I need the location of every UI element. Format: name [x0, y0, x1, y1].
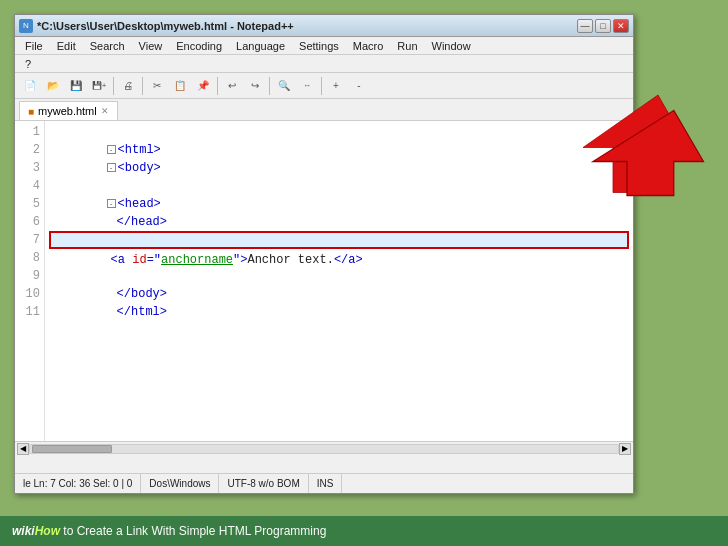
- status-pos-text: le Ln: 7 Col: 36 Sel: 0 | 0: [23, 478, 132, 489]
- app-icon: N: [19, 19, 33, 33]
- window-controls: — □ ✕: [577, 19, 629, 33]
- notepad-window: N *C:\Users\User\Desktop\myweb.html - No…: [14, 14, 634, 494]
- toolbar-print[interactable]: 🖨: [117, 76, 139, 96]
- menu-language[interactable]: Language: [230, 39, 291, 53]
- scrollbar-thumb[interactable]: [32, 445, 112, 453]
- scroll-right-btn[interactable]: ▶: [619, 443, 631, 455]
- toolbar-redo[interactable]: ↪: [244, 76, 266, 96]
- menu-run[interactable]: Run: [391, 39, 423, 53]
- toolbar-sep-5: [321, 77, 322, 95]
- line-num-8: 8: [15, 249, 40, 267]
- code-line-1: -<html>: [49, 123, 629, 141]
- menu-window[interactable]: Window: [426, 39, 477, 53]
- toolbar-save[interactable]: 💾: [65, 76, 87, 96]
- toolbar-sep-4: [269, 77, 270, 95]
- code-line-4: -<head>: [49, 177, 629, 195]
- line-num-11: 11: [15, 303, 40, 321]
- toolbar-sep-1: [113, 77, 114, 95]
- line-numbers: 1 2 3 4 5 6 7 8 9 10 11: [15, 121, 45, 441]
- close-button[interactable]: ✕: [613, 19, 629, 33]
- code-line-8: [49, 249, 629, 267]
- status-endings-text: Dos\Windows: [149, 478, 210, 489]
- toolbar-cut[interactable]: ✂: [146, 76, 168, 96]
- line-num-6: 6: [15, 213, 40, 231]
- toolbar-sep-3: [217, 77, 218, 95]
- code-line-6: [49, 213, 629, 231]
- toolbar-copy[interactable]: 📋: [169, 76, 191, 96]
- code-line-11: [49, 303, 629, 321]
- menu-settings[interactable]: Settings: [293, 39, 345, 53]
- code-line-2: -<body>: [49, 141, 629, 159]
- status-bar: le Ln: 7 Col: 36 Sel: 0 | 0 Dos\Windows …: [15, 473, 633, 493]
- status-encoding: UTF-8 w/o BOM: [219, 474, 308, 493]
- line-num-3: 3: [15, 159, 40, 177]
- wiki-prefix: wiki: [12, 524, 35, 538]
- toolbar-zoom-in[interactable]: +: [325, 76, 347, 96]
- status-position: le Ln: 7 Col: 36 Sel: 0 | 0: [15, 474, 141, 493]
- line-num-5: 5: [15, 195, 40, 213]
- status-line-endings: Dos\Windows: [141, 474, 219, 493]
- title-bar: N *C:\Users\User\Desktop\myweb.html - No…: [15, 15, 633, 37]
- line-num-9: 9: [15, 267, 40, 285]
- toolbar-undo[interactable]: ↩: [221, 76, 243, 96]
- menu-encoding[interactable]: Encoding: [170, 39, 228, 53]
- tab-label: myweb.html: [38, 105, 97, 117]
- tab-close-btn[interactable]: ✕: [101, 106, 109, 116]
- maximize-button[interactable]: □: [595, 19, 611, 33]
- code-editor[interactable]: -<html> -<body> -<head> </head> <a id="a…: [45, 121, 633, 441]
- scroll-left-btn[interactable]: ◀: [17, 443, 29, 455]
- menu-bar: File Edit Search View Encoding Language …: [15, 37, 633, 55]
- toolbar-new[interactable]: 📄: [19, 76, 41, 96]
- minimize-button[interactable]: —: [577, 19, 593, 33]
- line-num-1: 1: [15, 123, 40, 141]
- code-line-7: <a id="anchorname">Anchor text.</a>: [49, 231, 629, 249]
- line-num-4: 4: [15, 177, 40, 195]
- how-text: How: [35, 524, 60, 538]
- toolbar: 📄 📂 💾 💾+ 🖨 ✂ 📋 📌 ↩ ↪ 🔍 ↔ + -: [15, 73, 633, 99]
- code-line-5: </head>: [49, 195, 629, 213]
- toolbar-open[interactable]: 📂: [42, 76, 64, 96]
- toolbar-sep-2: [142, 77, 143, 95]
- line-num-7: 7: [15, 231, 40, 249]
- toolbar-replace[interactable]: ↔: [296, 76, 318, 96]
- tab-bar: ■ myweb.html ✕: [15, 99, 633, 121]
- wikihow-description: to Create a Link With Simple HTML Progra…: [60, 524, 326, 538]
- scrollbar-track[interactable]: [29, 444, 619, 454]
- editor-area[interactable]: 1 2 3 4 5 6 7 8 9 10 11 -<html> -<body>: [15, 121, 633, 441]
- status-mode-text: INS: [317, 478, 334, 489]
- line-num-10: 10: [15, 285, 40, 303]
- wikihow-text: wikiHow to Create a Link With Simple HTM…: [12, 524, 326, 538]
- menu-search[interactable]: Search: [84, 39, 131, 53]
- menu-help[interactable]: ?: [19, 57, 37, 71]
- code-line-10: </html>: [49, 285, 629, 303]
- toolbar-find[interactable]: 🔍: [273, 76, 295, 96]
- status-encoding-text: UTF-8 w/o BOM: [227, 478, 299, 489]
- menu-bar-2: ?: [15, 55, 633, 73]
- menu-macro[interactable]: Macro: [347, 39, 390, 53]
- toolbar-paste[interactable]: 📌: [192, 76, 214, 96]
- line-num-2: 2: [15, 141, 40, 159]
- menu-view[interactable]: View: [133, 39, 169, 53]
- window-title: *C:\Users\User\Desktop\myweb.html - Note…: [37, 20, 294, 32]
- toolbar-saveall[interactable]: 💾+: [88, 76, 110, 96]
- status-mode: INS: [309, 474, 343, 493]
- wikihow-footer: wikiHow to Create a Link With Simple HTM…: [0, 516, 728, 546]
- code-line-3: [49, 159, 629, 177]
- h-scrollbar[interactable]: ◀ ▶: [15, 441, 633, 455]
- menu-edit[interactable]: Edit: [51, 39, 82, 53]
- code-line-9: </body>: [49, 267, 629, 285]
- tab-myweb[interactable]: ■ myweb.html ✕: [19, 101, 118, 120]
- toolbar-zoom-out[interactable]: -: [348, 76, 370, 96]
- menu-file[interactable]: File: [19, 39, 49, 53]
